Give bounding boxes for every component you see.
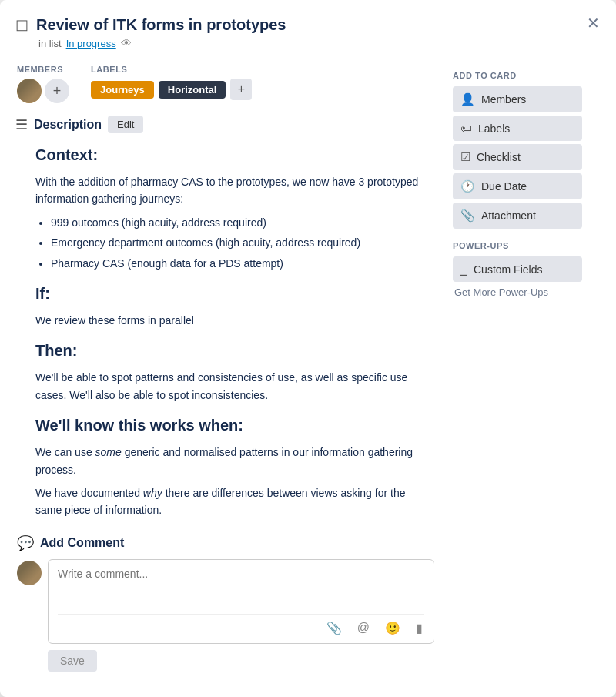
paperclip-icon: 📎 [460, 209, 475, 223]
add-member-button[interactable]: + [45, 79, 69, 103]
then-body: We'll be able to spot patterns and consi… [35, 369, 434, 404]
comment-textarea[interactable] [58, 568, 424, 605]
know-body1-pre: We can use [35, 446, 95, 458]
description-icon: ☰ [15, 116, 28, 133]
sidebar-duedate-label: Due Date [481, 180, 527, 193]
know-body2-pre: We have documented [35, 487, 143, 499]
sidebar-checklist-button[interactable]: ☑ Checklist [453, 144, 582, 170]
members-label: Members [17, 65, 69, 74]
labels-label: Labels [91, 65, 252, 74]
know-body1: We can use some generic and normalised p… [35, 444, 434, 478]
members-section: Members + [17, 65, 69, 103]
avatar-image [17, 79, 42, 103]
sidebar-customfields-button[interactable]: ⎯ Custom Fields [453, 256, 582, 282]
sidebar-attachment-button[interactable]: 📎 Attachment [453, 203, 582, 229]
sidebar-duedate-button[interactable]: 🕐 Due Date [453, 173, 582, 199]
comment-save-button[interactable]: Save [48, 650, 97, 672]
subtitle-prefix: in list [38, 38, 62, 49]
labels-section: Labels Journeys Horizontal + [91, 65, 252, 100]
close-button[interactable]: ✕ [581, 11, 605, 35]
get-more-powerups-link[interactable]: Get More Power-Ups [453, 287, 582, 298]
comment-toolbar: 📎 @ 🙂 ▮ [58, 614, 424, 637]
modal-subtitle: in list In progress 👁 [38, 37, 579, 49]
clock-icon: 🕐 [460, 179, 475, 193]
context-body: With the addition of pharmacy CAS to the… [35, 173, 434, 208]
description-title: Description [34, 118, 102, 132]
if-heading: If: [35, 281, 434, 306]
labels-row: Journeys Horizontal + [91, 79, 252, 100]
sidebar-labels-button[interactable]: 🏷 Labels [453, 116, 582, 141]
modal-card: ◫ Review of ITK forms in prototypes in l… [0, 0, 616, 697]
label-journeys[interactable]: Journeys [91, 81, 154, 99]
card-button[interactable]: ▮ [414, 619, 424, 637]
comment-input-row: 📎 @ 🙂 ▮ [17, 559, 434, 644]
checklist-icon: ☑ [460, 150, 470, 164]
modal-body: Members + Labels Journeys Horizontal + [0, 59, 616, 697]
sidebar-labels-label: Labels [478, 122, 510, 135]
attach-button[interactable]: 📎 [325, 619, 343, 637]
meta-row: Members + Labels Journeys Horizontal + [15, 65, 434, 103]
sidebar-checklist-label: Checklist [477, 151, 521, 163]
member-avatars: + [17, 79, 69, 103]
sidebar-customfields-label: Custom Fields [474, 263, 542, 276]
comment-avatar [17, 561, 42, 585]
then-heading: Then: [35, 338, 434, 363]
card-icon: ◫ [15, 16, 28, 33]
main-content: Members + Labels Journeys Horizontal + [0, 59, 447, 697]
comment-header: 💬 Add Comment [17, 534, 434, 551]
comment-title: Add Comment [40, 536, 124, 550]
label-horizontal[interactable]: Horizontal [159, 81, 226, 99]
sidebar: ADD TO CARD 👤 Members 🏷 Labels ☑ Checkli… [447, 59, 594, 697]
sidebar-members-button[interactable]: 👤 Members [453, 86, 582, 112]
description-content: Context: With the addition of pharmacy C… [15, 142, 434, 519]
eye-icon: 👁 [121, 37, 132, 49]
comment-section: 💬 Add Comment 📎 @ 🙂 ▮ Sa [15, 534, 434, 672]
know-body2: We have documented why there are differe… [35, 484, 434, 519]
modal-header: ◫ Review of ITK forms in prototypes in l… [0, 0, 616, 59]
person-icon: 👤 [460, 92, 475, 106]
list-link[interactable]: In progress [66, 38, 116, 49]
context-heading: Context: [35, 142, 434, 167]
avatar[interactable] [17, 79, 42, 103]
tag-icon: 🏷 [460, 122, 472, 135]
comment-box-wrapper[interactable]: 📎 @ 🙂 ▮ [48, 559, 434, 644]
bullet-2: Emergency department outcomes (high acui… [51, 234, 434, 251]
comment-icon: 💬 [17, 534, 34, 551]
sidebar-attachment-label: Attachment [481, 209, 536, 222]
bullet-3: Pharmacy CAS (enough data for a PDS atte… [51, 255, 434, 272]
description-header: ☰ Description Edit [15, 116, 434, 133]
customfields-icon: ⎯ [460, 263, 467, 276]
know-body2-em: why [143, 487, 162, 499]
emoji-button[interactable]: 🙂 [383, 619, 402, 637]
modal-title: Review of ITK forms in prototypes [36, 15, 286, 34]
bullet-1: 999 outcomes (high acuity, address requi… [51, 214, 434, 231]
if-body: We review these forms in parallel [35, 312, 434, 329]
add-to-card-title: ADD TO CARD [453, 71, 582, 80]
add-label-button[interactable]: + [230, 79, 252, 100]
sidebar-members-label: Members [481, 93, 526, 106]
know-body1-em: some [95, 446, 122, 458]
mention-button[interactable]: @ [356, 619, 371, 637]
description-edit-button[interactable]: Edit [108, 116, 143, 133]
context-bullets: 999 outcomes (high acuity, address requi… [51, 214, 434, 272]
power-ups-title: POWER-UPS [453, 241, 582, 250]
know-heading: We'll know this works when: [35, 413, 434, 437]
